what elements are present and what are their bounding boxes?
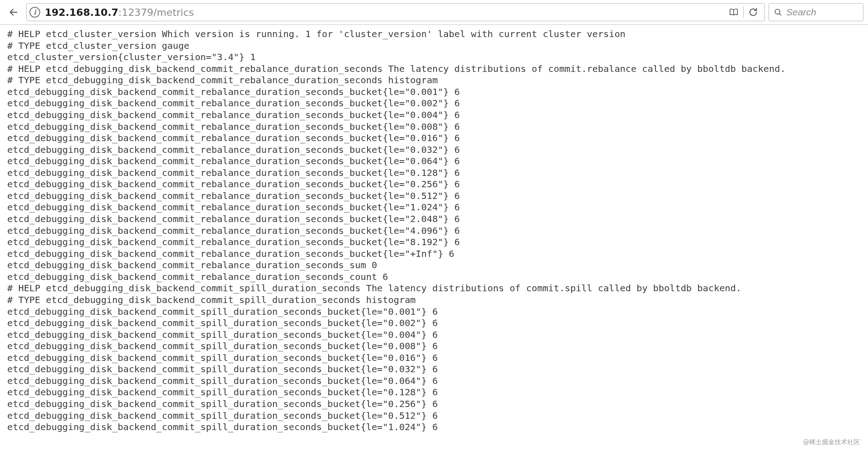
metric-sample-line: etcd_debugging_disk_backend_commit_rebal… [7, 190, 861, 202]
book-open-icon [729, 7, 739, 17]
metric-sample-line: etcd_debugging_disk_backend_commit_rebal… [7, 260, 861, 271]
metric-sample-line: etcd_debugging_disk_backend_commit_rebal… [7, 248, 861, 260]
reader-mode-button[interactable] [727, 5, 741, 19]
metric-sample-line: etcd_debugging_disk_backend_commit_rebal… [7, 121, 861, 133]
metric-type-line: # TYPE etcd_debugging_disk_backend_commi… [7, 294, 861, 306]
toolbar-divider [743, 7, 744, 18]
metric-type-line: # TYPE etcd_cluster_version gauge [7, 40, 861, 52]
metric-sample-line: etcd_debugging_disk_backend_commit_rebal… [7, 109, 861, 121]
watermark: @稀土掘金技术社区 [803, 438, 860, 446]
metric-sample-line: etcd_debugging_disk_backend_commit_spill… [7, 410, 861, 422]
reload-button[interactable] [746, 5, 760, 19]
metric-type-line: # TYPE etcd_debugging_disk_backend_commi… [7, 75, 861, 86]
metric-sample-line: etcd_debugging_disk_backend_commit_rebal… [7, 133, 861, 144]
metric-sample-line: etcd_debugging_disk_backend_commit_rebal… [7, 202, 861, 213]
metric-sample-line: etcd_debugging_disk_backend_commit_spill… [7, 422, 861, 433]
metric-sample-line: etcd_debugging_disk_backend_commit_rebal… [7, 237, 861, 248]
metric-sample-line: etcd_debugging_disk_backend_commit_spill… [7, 387, 861, 398]
metric-sample-line: etcd_debugging_disk_backend_commit_spill… [7, 375, 861, 387]
metrics-output: # HELP etcd_cluster_version Which versio… [0, 25, 868, 437]
search-box[interactable] [769, 3, 863, 21]
metric-sample-line: etcd_debugging_disk_backend_commit_spill… [7, 352, 861, 364]
url-text: 192.168.10.7:12379/metrics [45, 7, 194, 18]
browser-toolbar: i 192.168.10.7:12379/metrics [0, 0, 868, 24]
search-icon [774, 8, 783, 17]
metric-sample-line: etcd_debugging_disk_backend_commit_rebal… [7, 86, 861, 98]
metric-sample-line: etcd_debugging_disk_backend_commit_rebal… [7, 156, 861, 167]
metric-sample-line: etcd_debugging_disk_backend_commit_spill… [7, 398, 861, 410]
url-port: :12379 [118, 7, 153, 18]
back-button[interactable] [5, 3, 23, 21]
url-path: /metrics [153, 7, 194, 18]
url-bar[interactable]: i 192.168.10.7:12379/metrics [26, 3, 765, 21]
metric-sample-line: etcd_debugging_disk_backend_commit_spill… [7, 306, 861, 318]
metric-sample-line: etcd_debugging_disk_backend_commit_rebal… [7, 271, 861, 283]
site-info-icon[interactable]: i [29, 7, 40, 18]
metric-sample-line: etcd_debugging_disk_backend_commit_spill… [7, 364, 861, 375]
metric-help-line: # HELP etcd_debugging_disk_backend_commi… [7, 283, 861, 294]
svg-line-3 [779, 14, 781, 15]
metric-sample-line: etcd_debugging_disk_backend_commit_spill… [7, 317, 861, 329]
metric-sample-line: etcd_debugging_disk_backend_commit_rebal… [7, 225, 861, 237]
metric-sample-line: etcd_debugging_disk_backend_commit_rebal… [7, 98, 861, 109]
metric-help-line: # HELP etcd_cluster_version Which versio… [7, 28, 861, 40]
metric-sample-line: etcd_debugging_disk_backend_commit_rebal… [7, 179, 861, 190]
metric-sample-line: etcd_debugging_disk_backend_commit_spill… [7, 341, 861, 352]
metric-help-line: # HELP etcd_debugging_disk_backend_commi… [7, 63, 861, 75]
arrow-left-icon [9, 7, 19, 17]
metric-sample-line: etcd_debugging_disk_backend_commit_rebal… [7, 167, 861, 179]
url-host: 192.168.10.7 [45, 7, 118, 18]
metric-sample-line: etcd_debugging_disk_backend_commit_rebal… [7, 213, 861, 225]
metric-sample-line: etcd_cluster_version{cluster_version="3.… [7, 52, 861, 63]
reload-icon [748, 7, 758, 17]
metric-sample-line: etcd_debugging_disk_backend_commit_rebal… [7, 144, 861, 156]
metric-sample-line: etcd_debugging_disk_backend_commit_spill… [7, 329, 861, 341]
search-input[interactable] [786, 7, 859, 18]
